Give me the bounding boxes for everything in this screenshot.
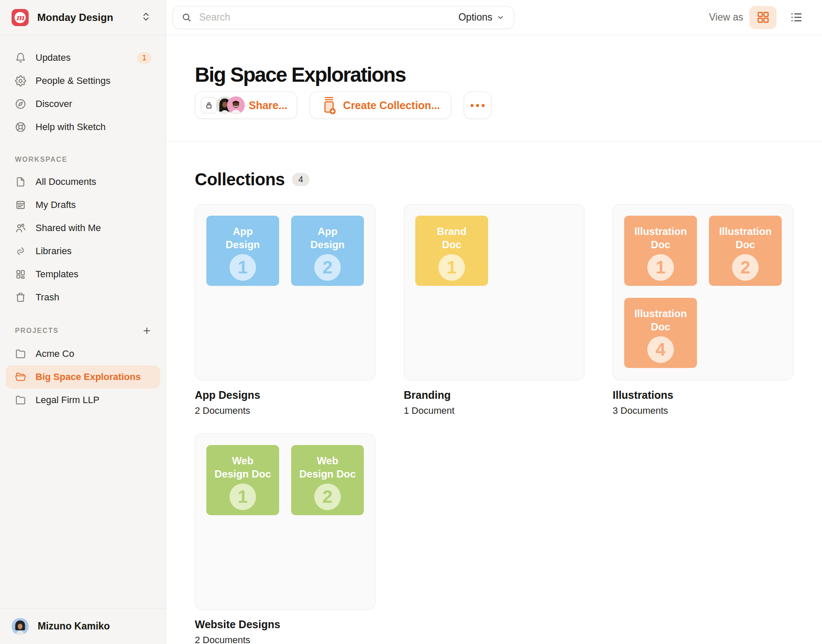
nav-item-label: All Documents bbox=[36, 176, 96, 187]
search-placeholder: Search bbox=[199, 12, 459, 23]
user-avatar bbox=[12, 618, 29, 635]
workspace-section-label: WORKSPACE bbox=[15, 156, 152, 163]
document-label: IllustrationDoc bbox=[634, 307, 687, 333]
document-label: IllustrationDoc bbox=[634, 225, 687, 251]
gear-icon bbox=[15, 75, 26, 86]
header-divider bbox=[166, 141, 822, 142]
sidebar-item-my-drafts[interactable]: My Drafts bbox=[0, 193, 166, 217]
document-thumbnail[interactable]: AppDesign2 bbox=[291, 216, 364, 286]
page-title: Big Space Explorations bbox=[195, 63, 822, 86]
sidebar-workspace-nav: All DocumentsMy DraftsShared with MeLibr… bbox=[0, 166, 166, 309]
document-thumbnail[interactable]: WebDesign Doc2 bbox=[291, 445, 364, 515]
ellipsis-icon bbox=[471, 104, 485, 107]
collection-count: 1 Document bbox=[404, 405, 584, 416]
document-label: WebDesign Doc bbox=[299, 454, 356, 481]
collection-card: IllustrationDoc1IllustrationDoc2Illustra… bbox=[613, 204, 793, 416]
libraries-icon bbox=[15, 246, 26, 257]
nav-item-label: Updates bbox=[36, 52, 71, 63]
document-number: 4 bbox=[647, 336, 674, 363]
document-thumbnail[interactable]: IllustrationDoc4 bbox=[624, 298, 697, 368]
actions-row: Share... Create Collection... bbox=[195, 92, 822, 119]
document-label: BrandDoc bbox=[437, 225, 466, 251]
nav-item-label: Trash bbox=[36, 292, 59, 303]
collection-card: AppDesign1AppDesign2App Designs2 Documen… bbox=[195, 204, 375, 416]
collection-thumbnails[interactable]: AppDesign1AppDesign2 bbox=[195, 204, 375, 380]
sidebar-item-templates[interactable]: Templates bbox=[0, 263, 166, 286]
search-input[interactable]: Search Options bbox=[173, 6, 514, 29]
help-icon bbox=[15, 122, 26, 133]
sidebar: m Monday Design Updates1People & Setting… bbox=[0, 0, 166, 644]
sidebar-item-all-documents[interactable]: All Documents bbox=[0, 170, 166, 193]
document-label: AppDesign bbox=[310, 225, 345, 251]
trash-icon bbox=[15, 292, 26, 303]
topbar: Search Options View as bbox=[166, 0, 822, 35]
page-content: Big Space Explorations Share... bbox=[166, 35, 822, 644]
collection-title: Website Designs bbox=[195, 618, 375, 631]
document-thumbnail[interactable]: BrandDoc1 bbox=[415, 216, 488, 286]
share-button[interactable]: Share... bbox=[195, 92, 297, 119]
document-thumbnail[interactable]: AppDesign1 bbox=[206, 216, 279, 286]
sidebar-item-shared-with-me[interactable]: Shared with Me bbox=[0, 217, 166, 240]
projects-section-label: PROJECTS bbox=[15, 326, 152, 335]
list-icon bbox=[789, 10, 804, 24]
sidebar-top-nav: Updates1People & SettingsDiscoverHelp wi… bbox=[0, 35, 166, 139]
sidebar-item-help-with-sketch[interactable]: Help with Sketch bbox=[0, 116, 166, 139]
document-number: 1 bbox=[229, 254, 256, 281]
collection-thumbnails[interactable]: BrandDoc1 bbox=[404, 204, 584, 380]
nav-item-label: Templates bbox=[36, 269, 78, 280]
view-controls: View as bbox=[709, 6, 810, 29]
collection-title: Illustrations bbox=[613, 389, 793, 401]
document-thumbnail[interactable]: IllustrationDoc1 bbox=[624, 216, 697, 286]
collections-count-badge: 4 bbox=[292, 173, 310, 186]
user-name: Mizuno Kamiko bbox=[38, 620, 110, 632]
workspace-logo-icon: m bbox=[12, 9, 29, 26]
user-menu[interactable]: Mizuno Kamiko bbox=[0, 608, 166, 644]
grid-view-button[interactable] bbox=[749, 6, 777, 29]
workspace-switcher[interactable]: m Monday Design bbox=[0, 0, 166, 35]
updates-count-badge: 1 bbox=[137, 52, 152, 64]
document-icon bbox=[15, 176, 26, 187]
nav-item-label: Help with Sketch bbox=[36, 122, 106, 133]
sidebar-item-trash[interactable]: Trash bbox=[0, 286, 166, 309]
collection-thumbnails[interactable]: WebDesign Doc1WebDesign Doc2 bbox=[195, 433, 375, 610]
people-icon bbox=[15, 223, 26, 234]
list-view-button[interactable] bbox=[783, 6, 810, 29]
add-project-button[interactable] bbox=[142, 326, 152, 335]
nav-item-label: People & Settings bbox=[36, 75, 110, 86]
collection-title: App Designs bbox=[195, 389, 375, 401]
sidebar-item-libraries[interactable]: Libraries bbox=[0, 240, 166, 263]
chevron-up-down-icon bbox=[142, 12, 150, 24]
collections-header: Collections 4 bbox=[195, 170, 822, 189]
collection-card: BrandDoc1Branding1 Document bbox=[404, 204, 584, 416]
nav-item-label: Libraries bbox=[36, 246, 71, 257]
more-options-button[interactable] bbox=[464, 92, 491, 119]
chevron-down-icon bbox=[497, 14, 504, 21]
view-as-label: View as bbox=[709, 12, 743, 23]
document-thumbnail[interactable]: IllustrationDoc2 bbox=[709, 216, 782, 286]
collection-thumbnails[interactable]: IllustrationDoc1IllustrationDoc2Illustra… bbox=[613, 204, 793, 380]
document-label: WebDesign Doc bbox=[214, 454, 271, 481]
drafts-icon bbox=[15, 199, 26, 211]
shared-users-avatars bbox=[216, 96, 245, 114]
project-item-big-space-explorations[interactable]: Big Space Explorations bbox=[6, 365, 160, 389]
nav-item-label: Legal Firm LLP bbox=[36, 395, 99, 406]
search-options-button[interactable]: Options bbox=[459, 12, 504, 23]
collections-grid: AppDesign1AppDesign2App Designs2 Documen… bbox=[195, 204, 822, 644]
folder-icon bbox=[15, 395, 26, 406]
document-number: 1 bbox=[229, 484, 256, 510]
nav-item-label: Shared with Me bbox=[36, 223, 101, 234]
nav-item-label: My Drafts bbox=[36, 199, 76, 211]
project-item-acme-co[interactable]: Acme Co bbox=[0, 342, 166, 365]
workspace-name: Monday Design bbox=[37, 12, 113, 24]
document-number: 1 bbox=[647, 254, 674, 281]
sidebar-item-updates[interactable]: Updates1 bbox=[0, 46, 166, 69]
project-item-legal-firm-llp[interactable]: Legal Firm LLP bbox=[0, 389, 166, 412]
document-thumbnail[interactable]: WebDesign Doc1 bbox=[206, 445, 279, 515]
sidebar-item-discover[interactable]: Discover bbox=[0, 92, 166, 116]
collections-title: Collections bbox=[195, 170, 285, 189]
document-number: 2 bbox=[314, 254, 341, 281]
sidebar-item-people-settings[interactable]: People & Settings bbox=[0, 69, 166, 92]
create-collection-button[interactable]: Create Collection... bbox=[310, 92, 451, 119]
collection-count: 2 Documents bbox=[195, 635, 375, 644]
main-area: Search Options View as Big Space Ex bbox=[166, 0, 822, 644]
